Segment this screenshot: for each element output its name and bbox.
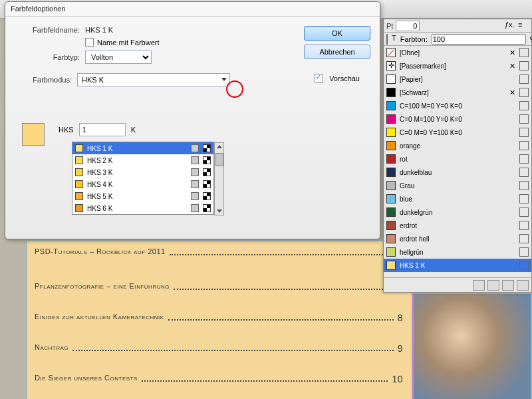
- hks-listbox[interactable]: HKS 1 K HKS 2 K HKS 3 K HKS 4 K HKS 5 K …: [72, 142, 214, 215]
- scroll-down-icon[interactable]: [217, 209, 222, 213]
- hks-label: HKS: [59, 126, 74, 134]
- toc-leader: [170, 247, 394, 255]
- name-with-value-checkbox[interactable]: [85, 38, 94, 47]
- swatch-row[interactable]: C=100 M=0 Y=0 K=0: [384, 99, 531, 112]
- fill-swatch[interactable]: [386, 34, 388, 45]
- color-swatch-icon: [386, 221, 396, 230]
- text-color-icon[interactable]: T: [392, 34, 396, 45]
- color-swatch-icon: [75, 156, 83, 164]
- list-item[interactable]: HKS 4 K: [72, 178, 213, 190]
- spot-icon: [191, 204, 199, 212]
- list-item[interactable]: HKS 1 K: [72, 142, 213, 154]
- swatch-row[interactable]: hellgrün: [384, 245, 531, 259]
- colormode-icon: [519, 74, 529, 84]
- cancel-button[interactable]: Abbrechen: [304, 45, 370, 59]
- swatch-row[interactable]: dunkelblau: [384, 166, 531, 179]
- fx-icon[interactable]: ƒx.: [505, 21, 515, 31]
- color-swatch-icon: [386, 154, 396, 164]
- hks-suffix: K: [131, 126, 136, 134]
- swatch-row[interactable]: erdrot: [384, 219, 531, 232]
- toc-entry: PSD-Tutorials – Rückblick auf 2011 6: [35, 247, 403, 258]
- swatch-row[interactable]: [Schwarz] ✕: [384, 86, 531, 99]
- toc-entry: Nachtrag 9: [35, 343, 403, 354]
- swatch-row[interactable]: erdrot hell: [384, 232, 531, 245]
- color-mode-select[interactable]: HKS K: [77, 73, 230, 86]
- colormode-icon: [519, 221, 529, 230]
- scrollbar[interactable]: [214, 142, 224, 215]
- toc-entry: Die Sieger unseres Contests 10: [35, 374, 403, 384]
- colormode-icon: [519, 247, 529, 257]
- color-swatch-icon: [386, 61, 396, 70]
- swatches-subhead: T Farbton: %: [384, 33, 531, 46]
- swatch-preview: [22, 123, 45, 146]
- swatch-row[interactable]: rot: [384, 152, 531, 166]
- color-swatch-icon: [75, 168, 83, 176]
- colormode-icon: [519, 181, 529, 190]
- preview-label: Vorschau: [329, 74, 360, 82]
- colormode-icon: [519, 48, 529, 57]
- list-item-label: HKS 6 K: [87, 205, 187, 212]
- swatch-row[interactable]: C=0 M=100 Y=0 K=0: [384, 112, 531, 126]
- swatch-name: erdrot: [400, 222, 515, 229]
- new-swatch-button[interactable]: [473, 280, 485, 291]
- toc-leader: [174, 282, 394, 290]
- tint-field[interactable]: [432, 34, 526, 45]
- list-item[interactable]: HKS 3 K: [72, 166, 213, 178]
- list-item-label: HKS 5 K: [87, 193, 187, 200]
- list-item[interactable]: HKS 5 K: [72, 190, 213, 202]
- spot-icon: [191, 156, 199, 164]
- color-swatch-icon: [386, 74, 396, 84]
- colormode-icon: [203, 168, 211, 176]
- swatch-row[interactable]: dunkelgrün: [384, 205, 531, 219]
- list-item[interactable]: HKS 2 K: [72, 154, 213, 166]
- swatch-row[interactable]: Grau: [384, 179, 531, 192]
- trash-button[interactable]: [517, 280, 529, 291]
- swatch-row[interactable]: HKS 1 K: [384, 259, 531, 272]
- new-page-button[interactable]: [502, 280, 514, 291]
- swatch-row[interactable]: orange: [384, 139, 531, 152]
- color-swatch-icon: [386, 194, 396, 203]
- list-item-label: HKS 1 K: [87, 145, 187, 152]
- name-with-value-label: Name mit Farbwert: [97, 39, 160, 47]
- swatches-panel: Pt ƒx. ≡ T Farbton: % [Ohne] ✕ [Passerma…: [383, 19, 532, 293]
- swatch-row[interactable]: C=0 M=0 Y=100 K=0: [384, 126, 531, 139]
- color-type-select[interactable]: Vollton: [85, 51, 152, 64]
- swatch-row[interactable]: [Papier]: [384, 72, 531, 86]
- swatch-row[interactable]: [Passermarken] ✕: [384, 59, 531, 72]
- swatch-name: erdrot hell: [400, 235, 515, 243]
- colormode-icon: [519, 168, 529, 177]
- menu-icon[interactable]: ≡: [518, 21, 529, 31]
- swatch-options-dialog: Farbfeldoptionen Farbfeldname: HKS 1 K N…: [5, 1, 380, 239]
- ok-button[interactable]: OK: [304, 26, 370, 41]
- colormode-icon: [519, 234, 529, 243]
- list-item[interactable]: HKS 6 K: [72, 202, 213, 214]
- color-swatch-icon: [386, 181, 396, 190]
- swatch-name: hellgrün: [400, 249, 515, 256]
- hks-number-input[interactable]: [79, 123, 126, 136]
- preview-checkbox[interactable]: [315, 74, 323, 82]
- colormode-icon: [203, 192, 211, 200]
- pt-field[interactable]: [396, 21, 420, 31]
- swatch-row[interactable]: [Ohne] ✕: [384, 46, 531, 59]
- color-swatch-icon: [386, 261, 396, 270]
- new-swatch2-button[interactable]: [487, 280, 499, 291]
- toc-entry: Einiges zur aktuellen Kameratechnik 8: [35, 313, 403, 323]
- swatches-footer: [384, 277, 531, 292]
- swatches-list[interactable]: [Ohne] ✕ [Passermarken] ✕ [Papier] [Schw…: [384, 46, 531, 277]
- colormode-icon: [519, 88, 529, 97]
- scroll-up-icon[interactable]: [217, 145, 222, 148]
- pt-label: Pt: [386, 22, 393, 30]
- spot-icon: [191, 192, 199, 200]
- swatch-row[interactable]: blue: [384, 192, 531, 205]
- swatch-name: Grau: [400, 182, 515, 190]
- toc-title: PSD-Tutorials – Rückblick auf 2011: [35, 247, 166, 258]
- swatch-name: orange: [400, 142, 515, 150]
- scroll-thumb[interactable]: [215, 153, 223, 166]
- color-swatch-icon: [386, 141, 396, 150]
- swatch-name: [Schwarz]: [400, 89, 505, 96]
- toc-title: Einiges zur aktuellen Kameratechnik: [35, 313, 164, 323]
- color-mode-value: HKS K: [82, 76, 104, 84]
- spot-icon: [191, 180, 199, 188]
- swatch-name: dunkelblau: [400, 169, 515, 176]
- colormode-icon: [519, 154, 529, 164]
